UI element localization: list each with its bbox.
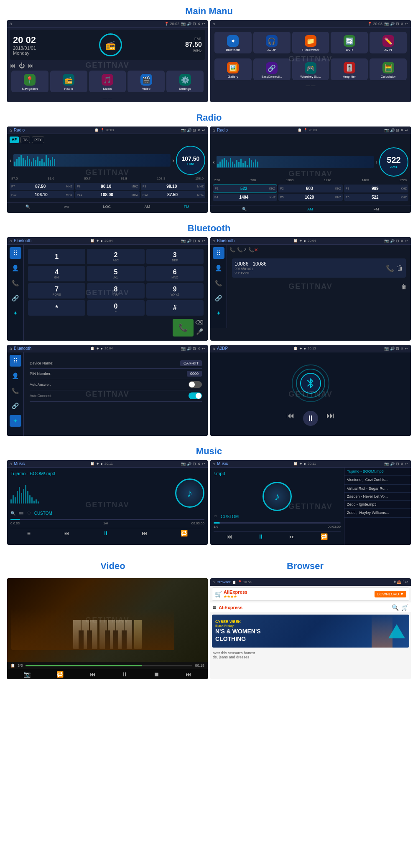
fm-button[interactable]: FM <box>184 205 189 209</box>
app-calculator[interactable]: 🧮 Calculator <box>370 58 407 80</box>
calls-tab-2[interactable]: 📞 <box>213 277 224 289</box>
cart-icon[interactable]: 🛒 <box>401 604 408 611</box>
missed-tab[interactable]: 📞✕ <box>248 247 258 253</box>
app-easyconnect[interactable]: 🔗 EasyConnecti... <box>253 58 291 80</box>
prev-track-icon[interactable]: ⏮ <box>64 530 69 536</box>
app-avin[interactable]: ✏️ AVIN <box>370 32 407 53</box>
key-9[interactable]: 9WXYZ <box>146 283 204 299</box>
prev-icon[interactable]: ⏮ <box>10 62 15 69</box>
calls-tab-3[interactable]: 📞 <box>10 385 21 397</box>
app-a2dp[interactable]: 🎧 A2DP <box>253 32 291 53</box>
app-navigation[interactable]: 📍 Navigation <box>11 71 48 92</box>
playlist-item-1[interactable]: Tujamo - BOOM!.mp3 <box>344 468 411 476</box>
search-icon-am[interactable]: 🔍 <box>242 207 247 211</box>
next-track-r[interactable]: ⏭ <box>289 533 295 540</box>
dialpad-tab-2[interactable]: ⠿ <box>213 247 224 259</box>
loc-button[interactable]: LOC <box>103 205 111 209</box>
device-name-value[interactable]: CAR-KIT <box>180 360 202 366</box>
next-track-icon[interactable]: ⏭ <box>142 530 148 536</box>
chain-tab-3[interactable]: 🔗 <box>10 400 21 412</box>
heart-icon-r[interactable]: ♡ <box>214 514 217 519</box>
playlist-item-5[interactable]: Zedd - Ignite.mp3 <box>344 501 411 509</box>
list-icon[interactable]: ≡≡ <box>19 511 24 516</box>
key-8[interactable]: 8TUV <box>87 283 144 299</box>
loop-video-icon[interactable]: 🔁 <box>56 671 64 678</box>
delete-all-icon[interactable]: 🗑 <box>401 283 407 290</box>
heart-icon[interactable]: ♡ <box>27 511 31 516</box>
backspace-icon[interactable]: ⌫ <box>195 319 204 326</box>
chain-tab-2[interactable]: 🔗 <box>213 292 224 304</box>
outgoing-tab[interactable]: 📞↗ <box>237 247 247 253</box>
autoanswer-toggle[interactable] <box>189 381 202 388</box>
forward-icon[interactable]: ⏭ <box>326 411 335 426</box>
repeat-icon[interactable]: 🔁 <box>181 530 188 536</box>
progress-bar-r[interactable] <box>214 522 341 524</box>
pause-r[interactable]: ⏸ <box>258 533 264 540</box>
playlist-item-4[interactable]: Zaeden - Never Let Yo... <box>344 493 411 501</box>
pin-value[interactable]: 0000 <box>187 371 202 377</box>
key-star[interactable]: * <box>28 300 85 316</box>
chain-tab[interactable]: 🔗 <box>10 292 21 304</box>
fm-button-r[interactable]: FM <box>374 207 379 211</box>
am-button[interactable]: AM <box>145 205 150 209</box>
next-video-icon[interactable]: ⏭ <box>186 671 191 678</box>
key-5[interactable]: 5JKL <box>87 266 144 281</box>
delete-icon[interactable]: 🗑 <box>397 264 403 272</box>
prev-freq-am-icon[interactable]: ‹ <box>213 159 215 165</box>
autoconnect-toggle[interactable] <box>189 392 202 399</box>
contacts-tab[interactable]: 👤 <box>10 262 21 274</box>
call-action-icon[interactable]: 📞 <box>386 264 394 272</box>
key-6[interactable]: 6MNO <box>146 266 204 281</box>
loop-icon[interactable]: ∞∞ <box>64 205 69 209</box>
stop-icon[interactable]: ⏹ <box>153 671 159 678</box>
app-amplifier[interactable]: 🎚️ Amplifier <box>331 58 368 80</box>
playlist-item-6[interactable]: Zedd、Hayley Williams... <box>344 509 411 518</box>
app-music[interactable]: 🎵 Music <box>89 71 126 92</box>
search-music-icon[interactable]: 🔍 <box>10 511 15 516</box>
key-1[interactable]: 1 <box>28 249 85 264</box>
rewind-icon[interactable]: ⏮ <box>286 411 295 426</box>
app-dvr[interactable]: 🔄 DVR <box>331 32 368 53</box>
key-7[interactable]: 7PQRS <box>28 283 85 299</box>
play-pause-video[interactable]: ⏸ <box>122 671 127 678</box>
bt-tab[interactable]: ✦ <box>10 307 21 319</box>
prev-freq-icon[interactable]: ‹ <box>10 157 12 164</box>
next-freq-icon[interactable]: › <box>172 157 174 164</box>
search-icon[interactable]: 🔍 <box>25 205 30 209</box>
repeat-r[interactable]: 🔁 <box>321 533 328 540</box>
app-gallery[interactable]: 🖼️ Gallery <box>214 58 252 80</box>
call-button[interactable]: 📞 <box>173 319 194 337</box>
app-bluetooth[interactable]: ✦ Bluetooth <box>214 32 252 53</box>
incoming-tab[interactable]: 📞 <box>229 247 235 253</box>
next-icon[interactable]: ⏭ <box>28 62 34 69</box>
screenshot-icon[interactable]: 📷 <box>23 671 31 678</box>
am-button-r[interactable]: AM <box>307 207 313 211</box>
app-settings[interactable]: ⚙️ Settings <box>166 71 204 92</box>
app-filebrowser[interactable]: 📁 FileBrowser <box>292 32 329 53</box>
contacts-tab-3[interactable]: 👤 <box>10 370 21 382</box>
app-radio[interactable]: 📻 Radio <box>50 71 87 92</box>
calls-tab[interactable]: 📞 <box>10 277 21 289</box>
mic-icon[interactable]: 🎤 <box>196 328 203 335</box>
key-hash[interactable]: # <box>146 300 204 316</box>
prev-video-icon[interactable]: ⏮ <box>90 671 96 678</box>
playlist-item-3[interactable]: Virtual Riot - Sugar Ru... <box>344 485 411 493</box>
progress-bar[interactable] <box>10 519 204 520</box>
app-video[interactable]: 🎬 Video <box>127 71 165 92</box>
download-button[interactable]: DOWNLOAD ▼ <box>375 591 406 597</box>
app-wheelkey[interactable]: 🎮 Wheelkey Stu... <box>292 58 329 80</box>
next-freq-am-icon[interactable]: › <box>375 159 377 165</box>
playlist-icon[interactable]: ≡ <box>27 530 31 536</box>
dialpad-tab[interactable]: ⠿ <box>10 247 21 259</box>
pause-icon[interactable]: ⏸ <box>103 530 109 536</box>
key-3[interactable]: 3DEF <box>146 249 204 264</box>
dialpad-tab-3[interactable]: ⠿ <box>10 355 21 367</box>
play-button[interactable]: ⏸ <box>303 411 318 426</box>
bt-tab-2[interactable]: ✦ <box>213 307 224 319</box>
prev-track-r[interactable]: ⏮ <box>227 533 232 540</box>
hamburger-icon[interactable]: ≡ <box>213 604 216 611</box>
key-2[interactable]: 2ABC <box>87 249 144 264</box>
playlist-item-2[interactable]: Vicetone、Cozi Zuehls... <box>344 476 411 485</box>
contacts-tab-2[interactable]: 👤 <box>213 262 224 274</box>
key-0[interactable]: 0+ <box>87 300 144 316</box>
